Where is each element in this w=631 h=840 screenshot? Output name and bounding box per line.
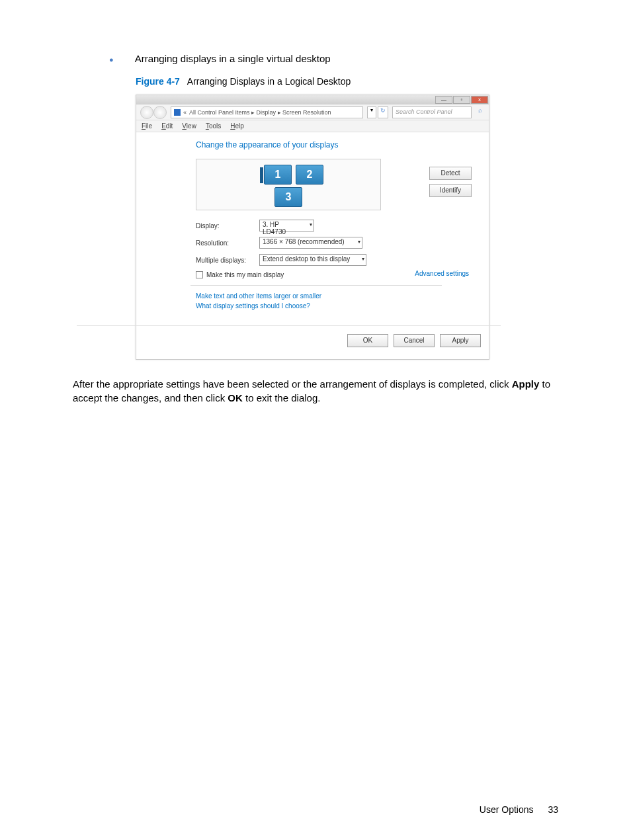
- main-display-label: Make this my main display: [206, 271, 284, 278]
- control-panel-icon: [174, 109, 181, 116]
- history-dropdown[interactable]: ▾: [367, 106, 376, 118]
- post-text: After the appropriate settings have been…: [73, 377, 558, 405]
- breadcrumb-back: «: [183, 109, 187, 116]
- display-value: 3. HP LD4730: [263, 221, 286, 235]
- larger-smaller-link[interactable]: Make text and other items larger or smal…: [196, 292, 477, 300]
- menu-view[interactable]: View: [182, 122, 196, 130]
- display-3[interactable]: 3: [274, 187, 302, 207]
- menu-bar: File Edit View Tools Help: [136, 120, 489, 132]
- page-footer: User Options 33: [480, 804, 558, 815]
- footer-section: User Options: [480, 804, 534, 815]
- window-title-bar: — ▫ x: [136, 95, 489, 105]
- divider: [190, 285, 442, 286]
- footer-page-number: 33: [548, 804, 558, 815]
- display-2[interactable]: 2: [296, 165, 323, 185]
- display-arrangement-box[interactable]: 1 2 3: [196, 159, 381, 210]
- bullet-icon: ●: [109, 56, 114, 63]
- figure-desc: [183, 76, 187, 87]
- menu-help[interactable]: Help: [230, 122, 244, 130]
- what-settings-link[interactable]: What display settings should I choose?: [196, 302, 477, 310]
- resolution-label: Resolution:: [196, 239, 259, 247]
- cancel-button[interactable]: Cancel: [394, 334, 435, 347]
- minimize-button[interactable]: —: [435, 96, 452, 104]
- search-input[interactable]: Search Control Panel: [392, 106, 472, 118]
- address-bar[interactable]: « All Control Panel Items ▸ Display ▸ Sc…: [171, 106, 363, 118]
- ok-button[interactable]: OK: [347, 334, 388, 347]
- apply-text: Apply: [512, 378, 540, 390]
- figure-caption-text: Arranging Displays in a Logical Desktop: [187, 76, 351, 87]
- section-title: Change the appearance of your displays: [196, 140, 477, 149]
- display-label: Display:: [196, 222, 259, 230]
- main-display-checkbox[interactable]: [196, 271, 203, 278]
- close-button[interactable]: x: [471, 96, 488, 104]
- advanced-settings-link[interactable]: Advanced settings: [415, 270, 469, 277]
- menu-file[interactable]: File: [142, 122, 152, 130]
- refresh-button[interactable]: ↻: [378, 106, 388, 118]
- menu-edit[interactable]: Edit: [161, 122, 173, 130]
- maximize-button[interactable]: ▫: [453, 96, 470, 104]
- multiple-displays-label: Multiple displays:: [196, 257, 259, 264]
- bullet-text: Arranging displays in a single virtual d…: [135, 53, 331, 64]
- navigation-bar: « All Control Panel Items ▸ Display ▸ Sc…: [136, 105, 489, 120]
- apply-button[interactable]: Apply: [440, 334, 481, 347]
- back-button[interactable]: [140, 106, 153, 119]
- resolution-value: 1366 × 768 (recommended): [263, 238, 345, 245]
- detect-button[interactable]: Detect: [429, 167, 472, 180]
- dialog-buttons: OK Cancel Apply: [77, 325, 501, 359]
- taskbar-indicator: [260, 167, 263, 183]
- multiple-displays-dropdown[interactable]: Extend desktop to this display ▾: [259, 254, 366, 266]
- resolution-dropdown[interactable]: 1366 × 768 (recommended) ▾: [259, 237, 362, 249]
- identify-button[interactable]: Identify: [429, 184, 472, 197]
- chevron-down-icon: ▾: [362, 256, 364, 262]
- display-dropdown[interactable]: 3. HP LD4730 ▾: [259, 220, 314, 231]
- chevron-down-icon: ▾: [358, 239, 360, 245]
- breadcrumb-path: All Control Panel Items ▸ Display ▸ Scre…: [189, 109, 331, 116]
- display-1[interactable]: 1: [264, 165, 292, 185]
- chevron-down-icon: ▾: [310, 222, 312, 228]
- forward-button[interactable]: [153, 106, 167, 119]
- figure-label: Figure 4-7: [136, 76, 180, 87]
- menu-tools[interactable]: Tools: [206, 122, 221, 130]
- multiple-displays-value: Extend desktop to this display: [263, 255, 350, 263]
- content-area: Detect Identify Change the appearance of…: [136, 132, 489, 325]
- search-icon[interactable]: ⌕: [476, 106, 485, 118]
- ok-text: OK: [228, 392, 243, 403]
- screenshot-window: — ▫ x « All Control Panel Items ▸ Displa…: [136, 95, 489, 360]
